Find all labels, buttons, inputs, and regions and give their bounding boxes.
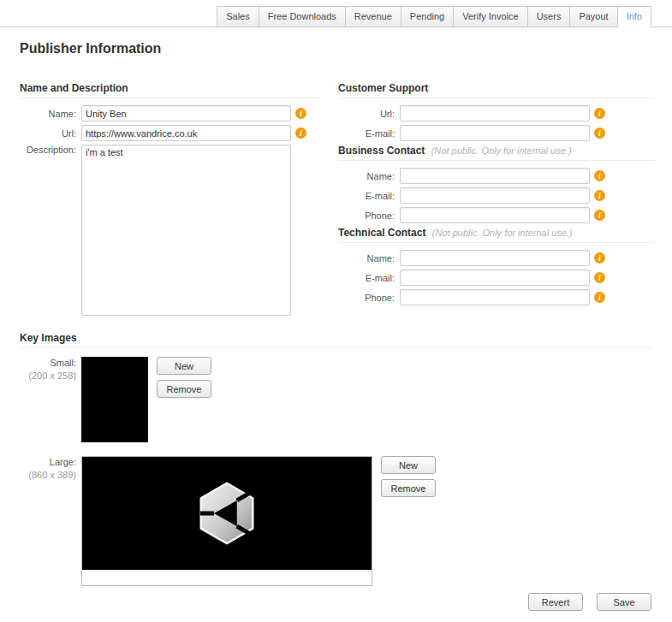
- field-row-technical-email: E-mail: i: [338, 270, 655, 286]
- info-icon[interactable]: i: [594, 210, 605, 221]
- info-icon[interactable]: i: [594, 127, 605, 139]
- field-row-support-url: Url: i: [338, 105, 655, 121]
- tab-bar: Sales Free Downloads Revenue Pending Ver…: [0, 0, 672, 27]
- large-image-black-area: [82, 457, 372, 570]
- small-remove-button[interactable]: Remove: [157, 380, 211, 398]
- unity-logo-icon: [191, 477, 263, 549]
- field-row-technical-name: Name: i: [338, 250, 655, 266]
- section-title-customer-support: Customer Support: [338, 82, 655, 98]
- tab-info[interactable]: Info: [617, 6, 651, 27]
- field-row-business-email: E-mail: i: [338, 187, 655, 204]
- technical-email-label: E-mail:: [338, 273, 400, 283]
- technical-contact-title: Technical Contact: [338, 227, 425, 239]
- field-row-description: Description: i'm a test: [20, 145, 321, 316]
- page-title: Publisher Information: [20, 41, 161, 56]
- field-row-business-phone: Phone: i: [338, 207, 655, 223]
- large-image-preview: [81, 456, 372, 586]
- business-email-input[interactable]: [400, 187, 590, 204]
- section-title-name-description: Name and Description: [20, 82, 321, 98]
- small-image-preview: [81, 357, 148, 442]
- info-icon[interactable]: i: [594, 108, 605, 119]
- footer-actions: Revert Save: [528, 593, 651, 611]
- info-icon[interactable]: i: [295, 127, 306, 139]
- tab-sales[interactable]: Sales: [217, 6, 259, 27]
- business-phone-label: Phone:: [338, 210, 400, 221]
- business-contact-title: Business Contact: [338, 145, 425, 157]
- description-textarea[interactable]: i'm a test: [81, 145, 291, 316]
- technical-name-label: Name:: [338, 253, 400, 264]
- publisher-url-input[interactable]: [81, 125, 291, 141]
- business-email-label: E-mail:: [338, 191, 400, 201]
- support-url-label: Url:: [338, 109, 400, 119]
- large-image-buttons: New Remove: [381, 456, 436, 497]
- large-size-text: (860 x 389): [20, 469, 76, 482]
- info-icon[interactable]: i: [594, 272, 605, 283]
- support-url-input[interactable]: [400, 105, 590, 121]
- business-contact-note: (Not public. Only for internal use.): [431, 145, 572, 156]
- info-icon[interactable]: i: [594, 252, 605, 264]
- small-image-row: Small: (200 x 258) New Remove: [20, 357, 651, 442]
- name-description-section: Name and Description Name: i Url: i Desc…: [20, 82, 321, 319]
- technical-email-input[interactable]: [400, 270, 590, 286]
- technical-phone-input[interactable]: [400, 289, 590, 305]
- technical-contact-note: (Not public. Only for internal use.): [432, 228, 573, 238]
- info-icon[interactable]: i: [594, 292, 605, 303]
- business-name-input[interactable]: [400, 168, 590, 184]
- field-row-technical-phone: Phone: i: [338, 289, 655, 305]
- publisher-info-page: Sales Free Downloads Revenue Pending Ver…: [0, 0, 672, 622]
- description-label: Description:: [20, 145, 81, 155]
- tab-free-downloads[interactable]: Free Downloads: [259, 6, 346, 27]
- technical-name-input[interactable]: [400, 250, 590, 266]
- name-label: Name:: [20, 109, 81, 119]
- publisher-name-input[interactable]: [81, 105, 291, 121]
- small-size-text: (200 x 258): [20, 370, 76, 382]
- tab-pending[interactable]: Pending: [401, 6, 454, 27]
- support-email-input[interactable]: [400, 125, 590, 141]
- small-image-label: Small: (200 x 258): [20, 357, 81, 382]
- revert-button[interactable]: Revert: [528, 593, 583, 611]
- section-title-technical-contact: Technical Contact (Not public. Only for …: [338, 227, 655, 243]
- field-row-name: Name: i: [20, 105, 321, 121]
- support-email-label: E-mail:: [338, 128, 400, 139]
- business-name-label: Name:: [338, 171, 400, 181]
- large-image-row: Large: (860 x 389): [20, 456, 651, 586]
- key-images-section: Key Images Small: (200 x 258) New Remove…: [20, 332, 651, 586]
- business-phone-input[interactable]: [400, 207, 590, 223]
- section-title-business-contact: Business Contact (Not public. Only for i…: [338, 145, 655, 161]
- tab-revenue[interactable]: Revenue: [345, 6, 401, 27]
- info-icon[interactable]: i: [295, 108, 306, 119]
- small-image-buttons: New Remove: [157, 357, 211, 398]
- info-icon[interactable]: i: [594, 190, 605, 201]
- field-row-support-email: E-mail: i: [338, 125, 655, 141]
- large-remove-button[interactable]: Remove: [381, 479, 436, 497]
- section-title-key-images: Key Images: [20, 332, 651, 348]
- technical-phone-label: Phone:: [338, 293, 400, 303]
- field-row-business-name: Name: i: [338, 168, 655, 184]
- url-label: Url:: [20, 128, 81, 139]
- info-icon[interactable]: i: [594, 170, 605, 181]
- large-image-label: Large: (860 x 389): [20, 456, 81, 482]
- contacts-column: Customer Support Url: i E-mail: i Busine…: [338, 82, 655, 309]
- tab-users[interactable]: Users: [527, 6, 571, 27]
- save-button[interactable]: Save: [597, 593, 651, 611]
- large-label-text: Large:: [20, 456, 76, 469]
- small-label-text: Small:: [20, 357, 76, 370]
- large-image-white-strip: [82, 570, 372, 585]
- tab-verify-invoice[interactable]: Verify Invoice: [453, 6, 527, 27]
- field-row-url: Url: i: [20, 125, 321, 141]
- tab-payout[interactable]: Payout: [569, 6, 617, 27]
- large-new-button[interactable]: New: [381, 456, 436, 474]
- small-new-button[interactable]: New: [157, 357, 211, 375]
